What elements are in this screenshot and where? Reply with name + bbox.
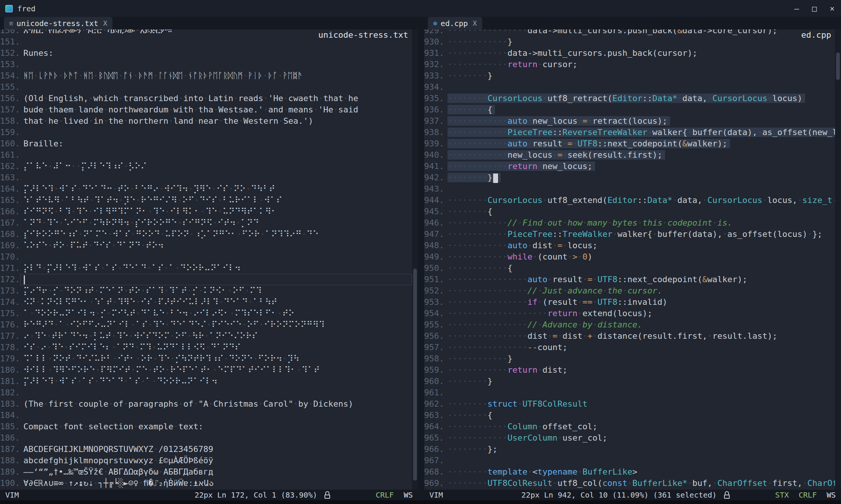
code-line[interactable]: 941.············return·new_locus; [424, 161, 835, 172]
code-line[interactable]: 939.············auto·result·=·UTF8::next… [424, 138, 835, 149]
code-line[interactable]: 949.············while·(count·>·0) [424, 251, 835, 263]
code-line[interactable]: 957.················--count; [424, 342, 835, 353]
code-line[interactable]: 930.············} [424, 36, 835, 48]
tab-close-icon[interactable]: X [103, 19, 108, 27]
code-line[interactable]: 955.················//·Advance·by·distan… [424, 319, 835, 330]
code-line[interactable]: 180.⠺⠊⠇⠇·⠹⠻⠑⠋⠕⠗⠑·⠏⠻⠍⠊⠞·⠍⠑·⠞⠕·⠗⠑⠏⠑⠁⠞⠂·⠑⠍⠏… [0, 364, 412, 376]
status-flag-crlf[interactable]: CRLF [799, 490, 817, 499]
code-line[interactable]: 931.············data->multi_cursors.push… [424, 48, 835, 59]
code-line[interactable]: 188.abcdefghijklmnopqrstuvwxyz·£©µÀÆÖÞßé… [0, 455, 412, 466]
code-line[interactable]: 959.············return·dist; [424, 364, 835, 376]
status-flag-stx[interactable]: STX [775, 490, 789, 499]
code-line[interactable]: 156.(Old·English,·which·transcribed·into… [0, 93, 412, 104]
code-line[interactable]: 166.⠎⠊⠛⠝⠫·⠃⠹·⠹⠑·⠊⠇⠻⠛⠹⠍⠁⠝⠂·⠹⠑·⠊⠇⠻⠅⠂·⠹⠑·⠥⠝… [0, 206, 412, 217]
code-line[interactable]: 158.that·he·lived·in·the·northern·land·n… [0, 115, 412, 127]
code-line[interactable]: 171.⡕⠇⠙·⡍⠜⠇⠑⠹·⠺⠁⠎·⠁⠎·⠙⠑⠁⠙·⠁⠎·⠁·⠙⠕⠕⠗⠤⠝⠁⠊⠇… [0, 263, 412, 274]
code-line[interactable]: 183.(The·first·couple·of·paragraphs·of·"… [0, 398, 412, 410]
code-line[interactable]: 167.⠁⠝⠙·⠹⠑·⠡⠊⠑⠋·⠍⠳⠗⠝⠻⠲·⡎⠊⠗⠕⠕⠛⠑·⠎⠊⠛⠝⠫·⠊⠞⠲… [0, 217, 412, 229]
code-line[interactable]: 944.········CursorLocus·utf8_extend(Edit… [424, 195, 835, 206]
code-area[interactable]: 929.················data->multi_cursors.… [424, 29, 835, 490]
code-line[interactable]: 186. [0, 432, 412, 444]
lock-icon[interactable] [324, 491, 331, 499]
status-flag-ws[interactable]: WS [404, 490, 413, 499]
code-line[interactable]: 964.············Column·offset_col; [424, 421, 835, 432]
code-line[interactable]: 175.⠁·⠙⠕⠕⠗⠤⠝⠁⠊⠇⠲·⡊·⠍⠊⠣⠞·⠙⠁⠧⠑·⠃⠑⠲·⠔⠊⠇⠔⠫⠂·… [0, 308, 412, 319]
code-line[interactable]: 950.············{ [424, 263, 835, 274]
code-line[interactable]: 961. [424, 387, 835, 398]
code-line[interactable]: 181.⡍⠜⠇⠑⠹·⠺⠁⠎·⠁⠎·⠙⠑⠁⠙·⠁⠎·⠁·⠙⠕⠕⠗⠤⠝⠁⠊⠇⠲ [0, 376, 412, 387]
minimize-button[interactable]: — [788, 0, 806, 17]
scrollbar[interactable] [412, 29, 418, 490]
lock-icon[interactable] [724, 491, 730, 499]
code-line[interactable]: 165.⠱⠁⠞⠑⠧⠻·⠁⠃⠳⠞·⠹⠁⠞⠲·⡹⠑·⠗⠑⠛⠊⠌⠻·⠕⠋·⠙⠊⠎·⠃⠥… [0, 195, 412, 206]
code-line[interactable]: 187.ABCDEFGHIJKLMNOPQRSTUVWXYZ·/01234567… [0, 444, 412, 455]
code-line[interactable]: 962.········struct·UTF8ColResult [424, 398, 835, 410]
code-line[interactable]: 952.················//·Just·advance·the·… [424, 285, 835, 297]
tab-unicode-stress-txt[interactable]: ≡ unicode-stress.txt X [4, 17, 112, 29]
scrollbar-thumb[interactable] [836, 52, 840, 80]
code-line[interactable]: 967. [424, 455, 835, 466]
code-line[interactable]: 176.⠗⠑⠛⠜⠙·⠁·⠊⠕⠋⠋⠔⠤⠝⠁⠊⠇·⠁⠎·⠹⠑·⠙⠑⠁⠙⠑⠌·⠏⠊⠑⠊… [0, 319, 412, 330]
code-area[interactable]: 150.እግዜር·የከፈተውን·ጉሮሮ·ሳይዘጋው·አይድርም።151.152.… [0, 29, 412, 490]
code-line[interactable]: 178.⠊⠎·⠔·⠹⠑·⠎⠊⠍⠊⠇⠑⠆·⠁⠝⠙·⠍⠹·⠥⠝⠙⠁⠇⠇⠪⠫·⠙⠁⠝⠙… [0, 342, 412, 353]
code-line[interactable]: 945.········{ [424, 206, 835, 217]
code-line[interactable]: 932.············return·cursor; [424, 59, 835, 70]
maximize-button[interactable]: □ [806, 0, 823, 17]
scrollbar[interactable] [835, 29, 841, 490]
code-line[interactable]: 940.············new_locus·=·seek(result.… [424, 149, 835, 161]
code-line[interactable]: 173.⡍⠔⠙⠖·⡊·⠙⠕⠝⠰⠞·⠍⠑⠁⠝·⠞⠕·⠎⠁⠹·⠹⠁⠞·⡊·⠅⠝⠪⠂·… [0, 285, 412, 297]
code-line[interactable]: 942.········} [424, 172, 835, 183]
code-line[interactable]: 963.········{ [424, 410, 835, 421]
status-flag-crlf[interactable]: CRLF [376, 490, 394, 499]
code-line[interactable]: 161. [0, 149, 412, 161]
code-line[interactable]: 177.⠔·⠹⠑·⠞⠗⠁⠙⠑⠲·⡃⠥⠞·⠹⠑·⠺⠊⠎⠙⠕⠍·⠕⠋·⠳⠗·⠁⠝⠊⠑… [0, 330, 412, 342]
code-line[interactable]: 182. [0, 387, 412, 398]
code-line[interactable]: 184. [0, 410, 412, 421]
code-line[interactable]: 153. [0, 59, 412, 70]
code-line[interactable]: 934. [424, 81, 835, 93]
code-line[interactable]: 951.················auto·result·=·UTF8::… [424, 274, 835, 285]
code-line[interactable]: 179.⠩⠁⠇⠇·⠝⠕⠞·⠙⠊⠌⠥⠗⠃·⠊⠞⠂·⠕⠗·⠹⠑·⡊⠳⠝⠞⠗⠹⠰⠎·⠙… [0, 353, 412, 364]
code-line[interactable]: 943. [424, 183, 835, 195]
code-line[interactable]: 954.····················return·extend(lo… [424, 308, 835, 319]
code-line[interactable]: 958.············} [424, 353, 835, 364]
code-line[interactable]: 155. [0, 81, 412, 93]
code-line[interactable]: 936.········{ [424, 104, 835, 115]
code-line[interactable]: 172. [0, 274, 412, 285]
code-line[interactable]: 174.⠪⠝·⠅⠝⠪⠇⠫⠛⠑⠂·⠱⠁⠞·⠹⠻⠑·⠊⠎·⠏⠜⠞⠊⠊⠥⠇⠜⠇⠹·⠙⠑… [0, 297, 412, 308]
close-button[interactable]: × [823, 0, 841, 17]
code-line[interactable]: 170. [0, 251, 412, 263]
code-line[interactable]: 968.········template·<typename·BufferLik… [424, 466, 835, 478]
code-line[interactable]: 938.············PieceTree::ReverseTreeWa… [424, 127, 835, 138]
code-line[interactable]: 953.················if·(result·==·UTF8::… [424, 297, 835, 308]
code-line[interactable]: 154.ᚻᛖ·ᚳᚹᚫᚦ·ᚦᚫᛏ·ᚻᛖ·ᛒᚢᛞᛖ·ᚩᚾ·ᚦᚫᛗ·ᛚᚪᚾᛞᛖ·ᚾᚩᚱ… [0, 70, 412, 81]
code-line[interactable]: 163. [0, 172, 412, 183]
tab-close-icon[interactable]: X [473, 19, 477, 27]
code-line[interactable]: 189.–—‘“”„†•…‰™œŠŸž€·ΑΒΓΔΩαβγδω·АБВГДабв… [0, 466, 412, 478]
code-line[interactable]: 960.········} [424, 376, 835, 387]
status-flag-ws[interactable]: WS [827, 490, 836, 499]
code-line[interactable]: 956.················dist·=·dist·+·distan… [424, 330, 835, 342]
code-line[interactable]: 190.∀∂∈ℝ∧∪≡∞·↑↗↨↻⇣·┐┼╔╘░►☺♀·ﬁ�⑀₂ἠḂӥẄɐː⍎א… [0, 478, 412, 489]
code-line[interactable]: 159. [0, 127, 412, 138]
code-line[interactable]: 162.⡌⠁⠧⠑·⠼⠁⠒··⡍⠜⠇⠑⠹⠰⠎·⡣⠕⠌ [0, 161, 412, 172]
code-line[interactable]: 168.⡎⠊⠗⠕⠕⠛⠑⠰⠎·⠝⠁⠍⠑·⠺⠁⠎·⠛⠕⠕⠙·⠥⠏⠕⠝·⠰⡡⠁⠝⠛⠑⠂… [0, 229, 412, 240]
pane-divider[interactable] [418, 17, 424, 500]
code-line[interactable]: 160.Braille: [0, 138, 412, 149]
code-line[interactable]: 152.Runes: [0, 48, 412, 59]
code-line[interactable]: 948.············auto·dist·=·locus; [424, 240, 835, 251]
code-line[interactable]: 935.········CursorLocus·utf8_retract(Edi… [424, 93, 835, 104]
code-line[interactable]: 946.············//·Find·out·how·many·byt… [424, 217, 835, 229]
code-line[interactable]: 185.Compact·font·selection·example·text: [0, 421, 412, 432]
scrollbar-thumb[interactable] [413, 269, 417, 480]
code-line[interactable]: 969.········UTF8ColResult·utf8_col(const… [424, 478, 835, 489]
code-line[interactable]: 169.⠡⠕⠎⠑·⠞⠕·⠏⠥⠞·⠙⠊⠎·⠙⠁⠝⠙·⠞⠕⠲ [0, 240, 412, 251]
code-line[interactable]: 937.············auto·new_locus·=·retract… [424, 115, 835, 127]
code-line[interactable]: 157.bude·thaem·lande·northweardum·with·t… [0, 104, 412, 115]
code-line[interactable]: 933.········} [424, 70, 835, 81]
code-line[interactable]: 965.············UserColumn·user_col; [424, 432, 835, 444]
tab-ed-cpp[interactable]: ⊕ ed.cpp X [428, 17, 482, 29]
code-line[interactable]: 947.············PieceTree::TreeWalker·wa… [424, 229, 835, 240]
code-line[interactable]: 929.················data->multi_cursors.… [424, 29, 835, 36]
code-line[interactable]: 164.⡍⠜⠇⠑⠹·⠺⠁⠎·⠙⠑⠁⠙⠒·⠞⠕·⠃⠑⠛⠔·⠺⠊⠹⠲·⡹⠻⠑·⠊⠎·… [0, 183, 412, 195]
